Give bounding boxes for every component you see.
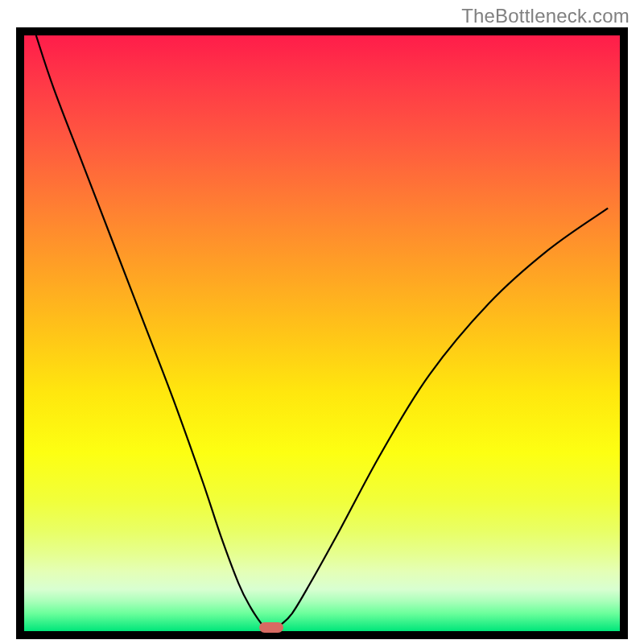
chart-frame: TheBottleneck.com — [0, 0, 644, 644]
watermark-text: TheBottleneck.com — [461, 5, 630, 27]
curve-path — [36, 35, 608, 631]
optimal-marker — [259, 622, 283, 633]
plot-area — [16, 27, 628, 639]
bottleneck-curve — [24, 35, 620, 631]
